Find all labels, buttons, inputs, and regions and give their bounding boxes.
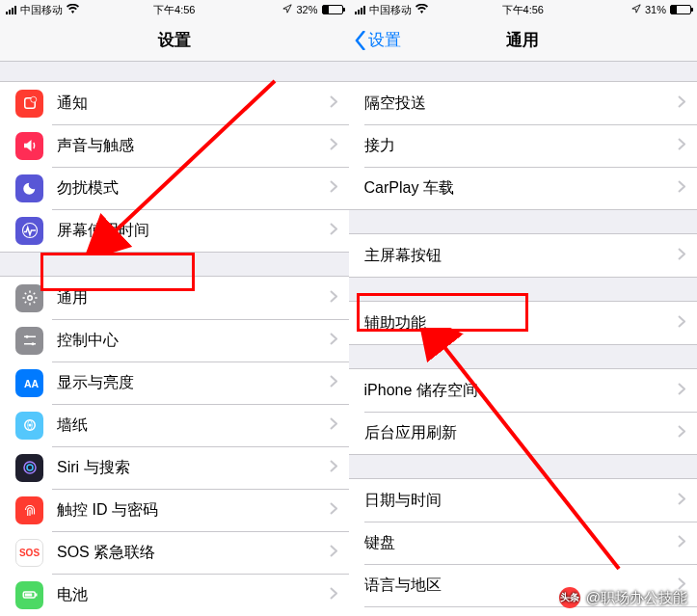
row-airdrop[interactable]: 隔空投送 (349, 82, 698, 124)
clock: 下午4:56 (349, 3, 698, 17)
svg-text:AA: AA (24, 378, 39, 389)
battery-icon (322, 5, 343, 14)
row-label: 通知 (57, 94, 330, 114)
row-accessibility[interactable]: 辅助功能 (349, 302, 698, 344)
row-do-not-disturb[interactable]: 勿扰模式 (0, 167, 349, 209)
chevron-right-icon (678, 382, 685, 399)
row-label: 屏幕使用时间 (57, 221, 330, 241)
chevron-right-icon (330, 501, 337, 519)
chevron-right-icon (330, 179, 337, 197)
status-bar: 中国移动 下午4:56 32% (0, 0, 349, 19)
battery-icon (670, 5, 691, 14)
row-home-button[interactable]: 主屏幕按钮 (349, 234, 698, 277)
svg-rect-15 (24, 594, 32, 597)
row-wallpaper[interactable]: 墙纸 (0, 404, 349, 446)
row-label: 通用 (57, 288, 330, 308)
svg-point-10 (28, 424, 31, 427)
row-label: 隔空投送 (364, 94, 679, 114)
phone-general: 中国移动 下午4:56 31% 设置 通用 隔空投送接力CarPlay 车载主屏 (349, 0, 698, 616)
chevron-right-icon (678, 424, 685, 442)
chevron-right-icon (678, 179, 685, 197)
row-general[interactable]: 通用 (0, 277, 349, 319)
chevron-right-icon (678, 534, 685, 551)
chevron-right-icon (330, 544, 337, 561)
phone-settings: 中国移动 下午4:56 32% 设置 通知声音与触感勿扰模式屏幕使用时间通用控制… (0, 0, 349, 616)
control-center-icon (15, 327, 43, 355)
row-label: 接力 (364, 136, 679, 156)
row-iphone-storage[interactable]: iPhone 储存空间 (349, 369, 698, 412)
screen-time-icon (15, 217, 43, 245)
svg-point-3 (27, 296, 32, 301)
battery-icon (15, 581, 43, 609)
svg-point-11 (24, 462, 36, 473)
chevron-right-icon (678, 492, 685, 509)
svg-point-1 (30, 96, 36, 102)
watermark-icon: 头条 (559, 587, 580, 608)
row-emergency-sos[interactable]: SOSSOS 紧急联络 (0, 531, 349, 574)
notifications-icon (15, 90, 43, 118)
row-label: 键盘 (364, 533, 679, 553)
row-handoff[interactable]: 接力 (349, 124, 698, 167)
row-notifications[interactable]: 通知 (0, 82, 349, 124)
row-label: 辅助功能 (364, 313, 679, 334)
nav-bar: 设置 (0, 19, 349, 62)
back-label: 设置 (368, 29, 401, 51)
wallpaper-icon (15, 412, 43, 440)
do-not-disturb-icon (15, 174, 43, 202)
back-button[interactable]: 设置 (355, 29, 401, 51)
row-date-time[interactable]: 日期与时间 (349, 479, 698, 522)
row-label: Siri 与搜索 (57, 458, 330, 478)
chevron-right-icon (330, 289, 337, 307)
row-label: 触控 ID 与密码 (57, 500, 330, 521)
chevron-right-icon (330, 222, 337, 239)
svg-point-12 (27, 465, 33, 470)
watermark: 头条 @职场办公技能 (559, 587, 687, 608)
chevron-right-icon (330, 416, 337, 434)
row-sounds-haptics[interactable]: 声音与触感 (0, 124, 349, 167)
row-label: 控制中心 (57, 331, 330, 351)
row-label: iPhone 储存空间 (364, 381, 679, 401)
row-label: 电池 (57, 585, 330, 605)
chevron-right-icon (678, 94, 685, 112)
row-label: 勿扰模式 (57, 178, 330, 199)
row-label: 墙纸 (57, 415, 330, 436)
row-display-brightness[interactable]: AA显示与亮度 (0, 362, 349, 404)
row-label: CarPlay 车载 (364, 178, 679, 199)
row-label: 主屏幕按钮 (364, 246, 679, 266)
watermark-text: @职场办公技能 (586, 589, 687, 607)
page-title: 通用 (506, 29, 539, 51)
chevron-right-icon (330, 374, 337, 391)
chevron-right-icon (330, 94, 337, 112)
status-bar: 中国移动 下午4:56 31% (349, 0, 698, 19)
row-keyboard[interactable]: 键盘 (349, 522, 698, 564)
chevron-right-icon (330, 586, 337, 603)
chevron-right-icon (330, 459, 337, 476)
row-screen-time[interactable]: 屏幕使用时间 (0, 209, 349, 252)
chevron-right-icon (330, 332, 337, 349)
row-background-refresh[interactable]: 后台应用刷新 (349, 412, 698, 454)
display-brightness-icon: AA (15, 369, 43, 397)
touchid-passcode-icon (15, 496, 43, 524)
chevron-right-icon (678, 137, 685, 154)
general-icon (15, 284, 43, 312)
row-touchid-passcode[interactable]: 触控 ID 与密码 (0, 489, 349, 531)
row-label: SOS 紧急联络 (57, 543, 330, 563)
svg-rect-14 (36, 594, 38, 597)
row-label: 声音与触感 (57, 136, 330, 156)
clock: 下午4:56 (0, 3, 349, 17)
chevron-right-icon (678, 314, 685, 332)
nav-bar: 设置 通用 (349, 19, 698, 62)
chevron-right-icon (330, 137, 337, 154)
row-label: 后台应用刷新 (364, 423, 679, 443)
row-label: 日期与时间 (364, 491, 679, 511)
row-carplay[interactable]: CarPlay 车载 (349, 167, 698, 209)
row-control-center[interactable]: 控制中心 (0, 319, 349, 362)
siri-search-icon (15, 454, 43, 482)
row-label: 显示与亮度 (57, 373, 330, 393)
row-battery[interactable]: 电池 (0, 574, 349, 616)
sounds-haptics-icon (15, 132, 43, 160)
page-title: 设置 (158, 29, 191, 51)
row-siri-search[interactable]: Siri 与搜索 (0, 446, 349, 489)
emergency-sos-icon: SOS (15, 539, 43, 567)
chevron-right-icon (678, 247, 685, 264)
